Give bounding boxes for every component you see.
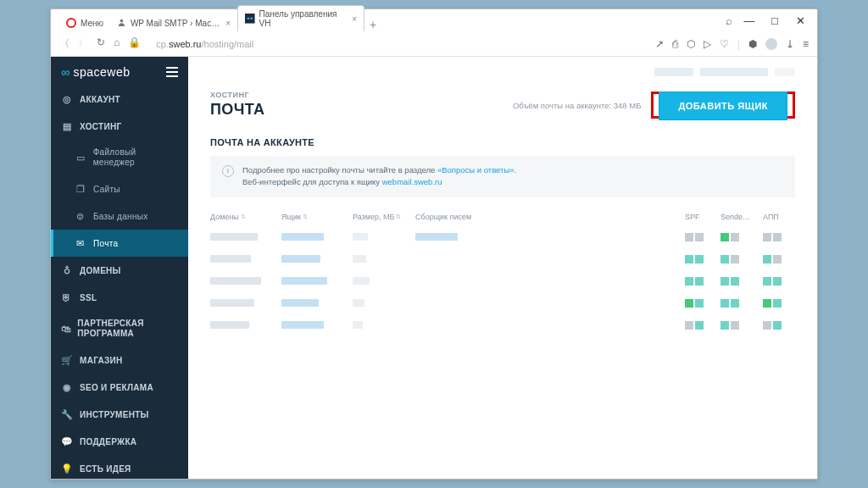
globe-icon: ♁	[61, 264, 73, 276]
page-header: ХОСТИНГ ПОЧТА Объём почты на аккаунте: 3…	[188, 87, 817, 120]
bag-icon: 🛍	[61, 323, 70, 335]
profile-avatar[interactable]	[765, 38, 777, 50]
sidebar-item-domains[interactable]: ♁ ДОМЕНЫ	[51, 257, 188, 284]
sidebar-item-files[interactable]: ▭ Файловый менеджер	[51, 140, 188, 175]
webmail-link[interactable]: webmail.sweb.ru	[382, 177, 442, 186]
bulb-icon: 💡	[61, 463, 73, 474]
mail-table: Домены⇅ Ящик⇅ Размер, МБ⇅ Сборщик писем …	[188, 208, 817, 336]
sidebar-item-idea[interactable]: 💡 ЕСТЬ ИДЕЯ	[51, 455, 188, 479]
box-icon[interactable]: ⬢	[748, 38, 757, 50]
add-mailbox-button[interactable]: ДОБАВИТЬ ЯЩИК	[659, 92, 787, 120]
lock-icon: 🔒	[128, 36, 141, 51]
faq-link[interactable]: «Вопросы и ответы»	[437, 165, 515, 175]
tab-menu[interactable]: Меню	[59, 14, 110, 31]
tab-label: Панель управления VH	[259, 9, 348, 28]
target-icon: ◉	[61, 381, 73, 393]
db-icon: ⊜	[75, 210, 86, 222]
col-sender: Sende…	[721, 213, 760, 221]
minimize-button[interactable]: —	[741, 14, 758, 27]
shield-icon: ⛨	[61, 291, 73, 303]
user-icon: ◎	[61, 93, 73, 105]
table-row[interactable]	[210, 270, 795, 292]
window-top-bar: Меню WP Mail SMTP › Мастер у × Панель уп…	[51, 9, 817, 31]
back-button[interactable]: 〈	[59, 36, 70, 51]
home-button[interactable]: ⌂	[114, 36, 120, 51]
address-bar: 〈 〉 ↻ ⌂ 🔒 cp.sweb.ru/hosting/mail ↗ ⎙ ⬡ …	[51, 31, 817, 57]
col-collector[interactable]: Сборщик писем	[415, 213, 492, 221]
sidebar-item-shop[interactable]: 🛒 МАГАЗИН	[51, 347, 188, 374]
col-spf: SPF	[685, 213, 717, 221]
table-row[interactable]	[210, 248, 795, 270]
play-icon[interactable]: ▷	[704, 38, 711, 50]
tab-wp-mail[interactable]: WP Mail SMTP › Мастер у ×	[110, 14, 237, 31]
forward-button[interactable]: 〉	[78, 36, 88, 51]
col-mailbox[interactable]: Ящик⇅	[281, 213, 349, 221]
close-icon[interactable]: ×	[352, 14, 357, 24]
sidebar-item-mail[interactable]: ✉ Почта	[51, 230, 188, 257]
section-title: ПОЧТА НА АККАУНТЕ	[188, 120, 817, 156]
maximize-button[interactable]: □	[766, 14, 783, 27]
close-icon[interactable]: ×	[225, 19, 231, 28]
browser-window: Меню WP Mail SMTP › Мастер у × Панель уп…	[50, 8, 818, 480]
svg-rect-2	[245, 14, 255, 24]
reload-button[interactable]: ↻	[97, 36, 105, 51]
sw-icon	[245, 14, 255, 24]
sidebar-item-account[interactable]: ◎ АККАУНТ	[51, 86, 188, 113]
sidebar-item-db[interactable]: ⊜ Базы данных	[51, 202, 188, 230]
download-icon[interactable]: ⤓	[786, 38, 794, 50]
account-strip	[188, 57, 817, 87]
page-title: ПОЧТА	[210, 101, 264, 119]
shield-icon[interactable]: ⬡	[687, 38, 695, 50]
svg-point-4	[250, 17, 253, 19]
tab-strip: Меню WP Mail SMTP › Мастер у × Панель уп…	[59, 9, 381, 31]
table-row[interactable]	[210, 292, 795, 314]
close-button[interactable]: ✕	[792, 14, 809, 27]
content-area: ХОСТИНГ ПОЧТА Объём почты на аккаунте: 3…	[188, 57, 817, 479]
share-icon[interactable]: ↗	[655, 38, 664, 50]
highlight-annotation: ДОБАВИТЬ ЯЩИК	[651, 92, 795, 119]
quota-text: Объём почты на аккаунте: 348 МБ	[513, 101, 642, 110]
svg-point-0	[67, 19, 75, 27]
sidebar-item-tools[interactable]: 🔧 ИНСТРУМЕНТЫ	[51, 401, 188, 428]
tab-add-button[interactable]: +	[364, 18, 381, 31]
url-field[interactable]: cp.sweb.ru/hosting/mail	[149, 39, 647, 49]
person-icon	[117, 18, 126, 28]
col-domains[interactable]: Домены⇅	[210, 213, 278, 221]
sidebar-item-hosting[interactable]: ▤ ХОСТИНГ	[51, 113, 188, 140]
info-icon: i	[222, 165, 234, 177]
window-buttons: ⌕ — □ ✕	[726, 14, 809, 27]
info-text: Подробнее про настройку почты читайте в …	[242, 164, 516, 189]
camera-icon[interactable]: ⎙	[672, 38, 678, 50]
table-header: Домены⇅ Ящик⇅ Размер, МБ⇅ Сборщик писем …	[210, 208, 795, 226]
heart-icon[interactable]: ♡	[720, 38, 729, 50]
sidebar-item-partner[interactable]: 🛍 ПАРТНЕРСКАЯ ПРОГРАММА	[51, 311, 188, 347]
info-banner: i Подробнее про настройку почты читайте …	[210, 156, 795, 197]
search-icon[interactable]: ⌕	[726, 14, 732, 27]
sidebar-item-sites[interactable]: ❐ Сайты	[51, 175, 188, 202]
layers-icon: ❐	[75, 183, 86, 195]
cart-icon: 🛒	[61, 354, 73, 366]
viewport: ∞ spaceweb ◎ АККАУНТ ▤ ХОСТИНГ ▭ Файловы…	[51, 57, 817, 479]
table-row[interactable]	[210, 314, 795, 336]
col-app: АПП	[763, 213, 795, 221]
sidebar-item-seo[interactable]: ◉ SEO И РЕКЛАМА	[51, 374, 188, 401]
brand-logo[interactable]: ∞ spaceweb	[61, 65, 131, 79]
tab-label: Меню	[81, 19, 103, 28]
table-row[interactable]	[210, 226, 795, 248]
brand-bar: ∞ spaceweb	[51, 57, 188, 86]
hamburger-icon[interactable]	[166, 67, 178, 77]
chat-icon: 💬	[61, 435, 73, 447]
sidebar-item-ssl[interactable]: ⛨ SSL	[51, 284, 188, 311]
svg-point-3	[248, 17, 250, 19]
tab-panel-vh[interactable]: Панель управления VH ×	[237, 5, 364, 31]
folder-icon: ▭	[75, 152, 86, 164]
wrench-icon: 🔧	[61, 408, 73, 420]
svg-point-1	[120, 19, 124, 23]
opera-icon	[66, 18, 76, 28]
breadcrumb: ХОСТИНГ	[210, 91, 264, 99]
tab-label: WP Mail SMTP › Мастер у	[131, 19, 221, 28]
menu-icon[interactable]: ≡	[803, 38, 809, 50]
sidebar-item-support[interactable]: 💬 ПОДДЕРЖКА	[51, 428, 188, 455]
col-size[interactable]: Размер, МБ⇅	[353, 213, 412, 221]
server-icon: ▤	[61, 120, 73, 132]
